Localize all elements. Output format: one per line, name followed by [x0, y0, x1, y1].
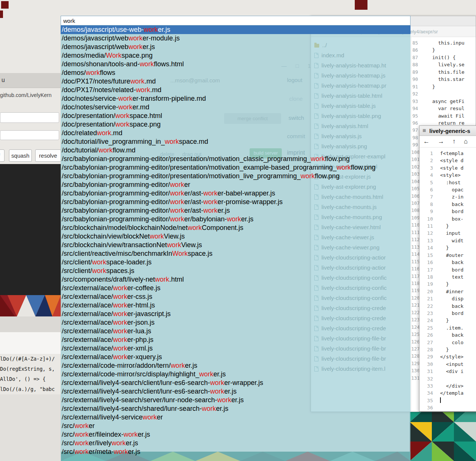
search-input[interactable] [61, 16, 411, 25]
back-icon[interactable]: ← [423, 138, 430, 145]
search-result-item[interactable]: /src/external/ace/worker-php.js [61, 336, 411, 344]
search-result-item[interactable]: /src/babylonian-programming-editor/prese… [61, 172, 411, 181]
search-result-item[interactable]: /demos/javascript/webworker-module.js [61, 34, 411, 43]
search-result-item[interactable]: /src/babylonian-programming-editor/worke… [61, 206, 411, 215]
search-result-item[interactable]: /src/external/ace/worker-json.js [61, 318, 411, 327]
search-result-item[interactable]: /src/external/ace/worker-lua.js [61, 327, 411, 336]
code-line[interactable]: 8 back [419, 201, 476, 208]
code-line[interactable]: 4<style> [419, 172, 476, 179]
code-line[interactable]: 85 this.inpu [411, 39, 476, 46]
search-result-item[interactable]: /src/external/ace/worker-xquery.js [61, 353, 411, 361]
search-result-item[interactable]: /demos/workflows [61, 69, 411, 77]
resolve-button[interactable]: resolve [35, 149, 61, 162]
search-result-item[interactable]: /src/external/code-mirror/addon/tern/wor… [61, 361, 411, 370]
search-result-item[interactable]: /doc/tutorial/workflow.md [61, 146, 411, 155]
code-line[interactable]: 17 bord [419, 266, 476, 273]
search-result-item[interactable]: /demos/javascript/use-web-worker.js [61, 25, 411, 34]
code-line[interactable]: 21 disp [419, 295, 476, 302]
search-result-item[interactable]: /doc/relatedwork.md [61, 129, 411, 137]
search-result-item[interactable]: /src/components/draft/lively-network.htm… [61, 275, 411, 284]
search-result-item[interactable]: /doc/notes/service-worker.md [61, 103, 411, 112]
search-result-item[interactable]: /src/worker/fileindex-worker.js [61, 430, 411, 439]
search-result-item[interactable]: /src/worker/livelyworker.js [61, 439, 411, 448]
search-result-item[interactable]: /src/external/code-mirror/src/display/hi… [61, 370, 411, 379]
code-line[interactable]: 9 bord [419, 208, 476, 215]
search-result-item[interactable]: /src/babylonian-programming-editor/worke… [61, 198, 411, 206]
search-result-item[interactable]: /src/external/ace/worker-html.js [61, 301, 411, 310]
code-line[interactable]: 24 } [419, 317, 476, 324]
code-line[interactable]: 23 bord [419, 310, 476, 317]
home-icon[interactable]: ⌂ [464, 138, 468, 145]
search-result-item[interactable]: /src/blockchain/model/blockchainNode/net… [61, 224, 411, 232]
clipped-button[interactable]: f [0, 149, 4, 162]
editor-titlebar[interactable]: ≡ lively-generic-s [419, 126, 476, 136]
code-line[interactable]: 1f<templa [419, 150, 476, 157]
code-line[interactable]: 92 [411, 90, 476, 97]
search-result-item[interactable]: /doc/PX17/notes/related-work.md [61, 86, 411, 94]
forward-icon[interactable]: → [438, 138, 444, 145]
code-line[interactable]: 15 #outer [419, 252, 476, 259]
code-line[interactable]: 22 back [419, 303, 476, 310]
code-line[interactable]: 16 back [419, 259, 476, 266]
search-result-item[interactable]: /src/external/lively4-search/server/lunr… [61, 396, 411, 404]
code-line[interactable]: 29</style> [419, 353, 476, 360]
code-line[interactable]: 30 <input [419, 361, 476, 368]
search-result-item[interactable]: /src/external/lively4-serviceworker [61, 413, 411, 422]
search-result-item[interactable]: /src/babylonian-programming-editor/prese… [61, 163, 411, 172]
search-result-item[interactable]: /src/worker/meta-worker.js [61, 448, 411, 456]
search-result-item[interactable]: /doc/PX17/notes/futurework.md [61, 77, 411, 86]
code-line[interactable]: 19 } [419, 280, 476, 288]
search-result-item[interactable]: /src/external/ace/worker-coffee.js [61, 284, 411, 292]
code-line[interactable]: 90 this.star [411, 76, 476, 83]
search-result-item[interactable]: /src/external/lively4-search/client/lunr… [61, 387, 411, 396]
code-line[interactable]: 88 lively.se [411, 61, 476, 68]
search-result-item[interactable]: /doc/notes/service-worker-transform-pipe… [61, 94, 411, 103]
up-icon[interactable]: ↑ [452, 138, 456, 145]
code-line[interactable]: 35 [419, 397, 476, 404]
code-line[interactable]: 93async getFi [411, 98, 476, 105]
code-line[interactable]: 26 back [419, 331, 476, 339]
code-line[interactable]: 95 await Fil [411, 112, 476, 119]
search-result-item[interactable]: /src/external/lively4-search/client/lunr… [61, 379, 411, 387]
search-result-item[interactable]: /doc/presentation/workspace.html [61, 112, 411, 120]
template-code-editor[interactable]: 1f<templa2<style d3<style d4<style>5 :ho… [419, 148, 476, 411]
search-result-item[interactable]: /src/client/workspaces.js [61, 267, 411, 275]
code-line[interactable]: 5 :host [419, 179, 476, 186]
code-line[interactable]: 87init() { [411, 54, 476, 61]
code-line[interactable]: 10 box- [419, 215, 476, 222]
search-result-item[interactable]: /demos/media/Workspace.png [61, 51, 411, 60]
code-line[interactable]: 2<style d [419, 157, 476, 164]
code-line[interactable]: 6 opac [419, 186, 476, 193]
search-result-item[interactable]: /src/client/reactive/misc/benchmarkInWor… [61, 249, 411, 258]
code-line[interactable]: 25 .item. [419, 324, 476, 331]
code-line[interactable]: 89 this.file [411, 69, 476, 76]
search-result-item[interactable]: /doc/tutorial/live_programming_in_worksp… [61, 137, 411, 146]
text-field[interactable] [0, 112, 59, 123]
search-result-item[interactable]: /src/worker [61, 422, 411, 430]
search-result-item[interactable]: /demos/shonan/tools-and-workflows.html [61, 60, 411, 69]
search-result-item[interactable]: /src/client/workspace-loader.js [61, 258, 411, 267]
search-result-item[interactable]: /src/external/lively4-search/shared/lunr… [61, 404, 411, 413]
search-result-item[interactable]: /src/external/ace/worker-javascript.js [61, 310, 411, 318]
search-result-item[interactable]: /src/babylonian-programming-editor/worke… [61, 181, 411, 189]
search-result-item[interactable]: /src/external/ace/worker-xml.js [61, 344, 411, 353]
code-line[interactable]: 34</templa [419, 389, 476, 397]
code-line[interactable]: 3<style d [419, 164, 476, 172]
code-line[interactable]: 27 colo [419, 339, 476, 346]
code-line[interactable]: 36 [419, 404, 476, 411]
search-result-item[interactable]: /src/babylonian-programming-editor/prese… [61, 155, 411, 163]
code-line[interactable]: 14 } [419, 244, 476, 251]
hamburger-menu-icon[interactable]: ≡ [422, 127, 426, 134]
code-line[interactable]: 94 var resul [411, 105, 476, 112]
squash-button[interactable]: squash [9, 149, 32, 162]
search-result-item[interactable]: /demos/javascript/webworker.js [61, 43, 411, 51]
search-result-item[interactable]: /src/blockchain/view/blockNetworkView.js [61, 232, 411, 241]
search-result-item[interactable]: /doc/presentation/workspace.png [61, 120, 411, 129]
code-line[interactable]: 31 <div i [419, 368, 476, 375]
repo-link[interactable]: github.com/LivelyKern [0, 92, 61, 98]
code-line[interactable]: 86} [411, 46, 476, 54]
search-result-item[interactable]: /src/babylonian-programming-editor/worke… [61, 189, 411, 198]
code-line[interactable]: 32 [419, 375, 476, 382]
code-line[interactable]: 13 widt [419, 237, 476, 244]
code-line[interactable]: 11 } [419, 222, 476, 230]
